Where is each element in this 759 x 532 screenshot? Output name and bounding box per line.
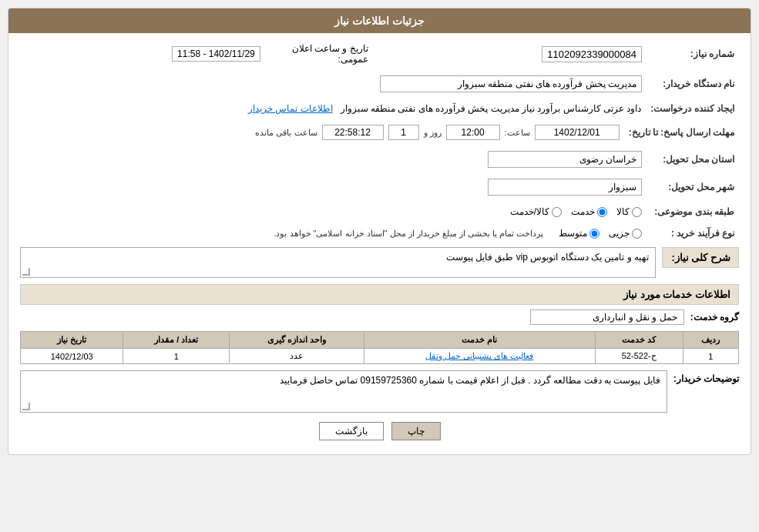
purchase-type-group: جزیی متوسط پرداخت تمام یا بخشی از مبلغ خ… xyxy=(25,228,642,239)
services-section-header: اطلاعات خدمات مورد نیاز xyxy=(20,284,739,305)
announce-date-value: 1402/11/29 - 11:58 xyxy=(172,46,260,62)
purchase-jozii-radio[interactable] xyxy=(632,229,642,239)
requester-value: داود عزتی کارشناس برآورد نیاز مدیریت پخش… xyxy=(341,103,642,114)
city-value: سبزوار xyxy=(488,179,642,196)
service-group-label: گروه خدمت: xyxy=(690,312,739,323)
purchase-motavasset-radio[interactable] xyxy=(589,229,599,239)
need-description-value: تهیه و تامین یک دستگاه اتوبوس vip طبق فا… xyxy=(20,247,656,278)
notes-resize-handle xyxy=(22,403,30,410)
province-label: استان محل تحویل: xyxy=(646,149,739,170)
category-radio-group: کالا خدمت کالا/خدمت xyxy=(25,206,642,217)
back-button[interactable]: بازگشت xyxy=(319,422,384,440)
purchase-jozii-label: جزیی xyxy=(609,228,630,239)
purchase-motavasset[interactable]: متوسط xyxy=(559,228,599,239)
col-header-qty: تعداد / مقدار xyxy=(123,332,230,349)
announce-date-label: تاریخ و ساعت اعلان عمومی: xyxy=(292,43,368,65)
col-header-code: کد خدمت xyxy=(595,332,683,349)
cell-date: 1402/12/03 xyxy=(21,349,123,364)
category-kala-radio[interactable] xyxy=(632,207,642,217)
contact-link[interactable]: اطلاعات تماس خریدار xyxy=(248,103,333,114)
category-kala-label: کالا xyxy=(616,206,630,217)
buyer-org-value: مدیریت پخش فرآورده های نفتی منطقه سبزوار xyxy=(380,75,642,92)
page-title: جزئیات اطلاعات نیاز xyxy=(334,15,425,27)
cell-qty: 1 xyxy=(123,349,230,364)
category-label: طبقه بندی موضوعی: xyxy=(646,204,739,219)
category-khadamat-radio[interactable] xyxy=(597,207,607,217)
page-header: جزئیات اطلاعات نیاز xyxy=(8,8,751,33)
services-table: ردیف کد خدمت نام خدمت واحد اندازه گیری ت… xyxy=(20,331,739,364)
deadline-time: 12:00 xyxy=(446,125,500,140)
deadline-label: مهلت ارسال پاسخ: تا تاریخ: xyxy=(624,122,739,142)
buyer-notes-value: فایل پیوست به دقت مطالعه گردد . قبل از ا… xyxy=(20,370,667,413)
button-row: چاپ بازگشت xyxy=(20,422,739,440)
deadline-days: 1 xyxy=(388,125,419,140)
purchase-note: پرداخت تمام یا بخشی از مبلغ خریدار از مح… xyxy=(274,229,543,239)
buyer-notes-row: توضیحات خریدار: فایل پیوست به دقت مطالعه… xyxy=(20,370,739,413)
resize-handle xyxy=(22,268,30,276)
category-kala-khadamat[interactable]: کالا/خدمت xyxy=(510,206,562,217)
buyer-notes-label: توضیحات خریدار: xyxy=(673,370,739,384)
remaining-time: 22:58:12 xyxy=(322,125,384,140)
col-header-row: ردیف xyxy=(683,332,739,349)
deadline-day-label: روز و xyxy=(424,128,442,138)
cell-code: ح-522-52 xyxy=(595,349,683,364)
purchase-motavasset-label: متوسط xyxy=(559,228,587,239)
province-value: خراسان رضوی xyxy=(488,151,642,168)
category-kala-khadamat-radio[interactable] xyxy=(552,207,562,217)
category-kala[interactable]: کالا xyxy=(616,206,642,217)
need-number-label: شماره نیاز: xyxy=(646,41,739,67)
col-header-name: نام خدمت xyxy=(364,332,595,349)
category-kala-khadamat-label: کالا/خدمت xyxy=(510,206,549,217)
category-khadamat-label: خدمت xyxy=(571,206,595,217)
category-khadamat[interactable]: خدمت xyxy=(571,206,607,217)
table-row: 1 ح-522-52 فعالیت های پشتیبانی حمل ونقل … xyxy=(21,349,739,364)
need-number-value: 1102092339000084 xyxy=(542,46,642,62)
cell-unit: عدد xyxy=(229,349,364,364)
col-header-date: تاریخ نیاز xyxy=(21,332,123,349)
cell-name[interactable]: فعالیت های پشتیبانی حمل ونقل xyxy=(364,349,595,364)
deadline-date: 1402/12/01 xyxy=(535,125,620,140)
buyer-org-label: نام دستگاه خریدار: xyxy=(646,73,739,95)
remaining-label: ساعت باقی مانده xyxy=(255,128,317,138)
print-button[interactable]: چاپ xyxy=(391,422,441,440)
purchase-type-label: نوع فرآیند خرید : xyxy=(646,226,739,241)
need-description-label: شرح کلی نیاز: xyxy=(662,247,739,268)
city-label: شهر محل تحویل: xyxy=(646,176,739,198)
cell-row: 1 xyxy=(683,349,739,364)
col-header-unit: واحد اندازه گیری xyxy=(229,332,364,349)
deadline-time-label: ساعت: xyxy=(505,128,530,138)
service-group-value: حمل و نقل و انبارداری xyxy=(530,309,684,325)
purchase-jozii[interactable]: جزیی xyxy=(609,228,642,239)
requester-label: ایجاد کننده درخواست: xyxy=(646,101,739,116)
